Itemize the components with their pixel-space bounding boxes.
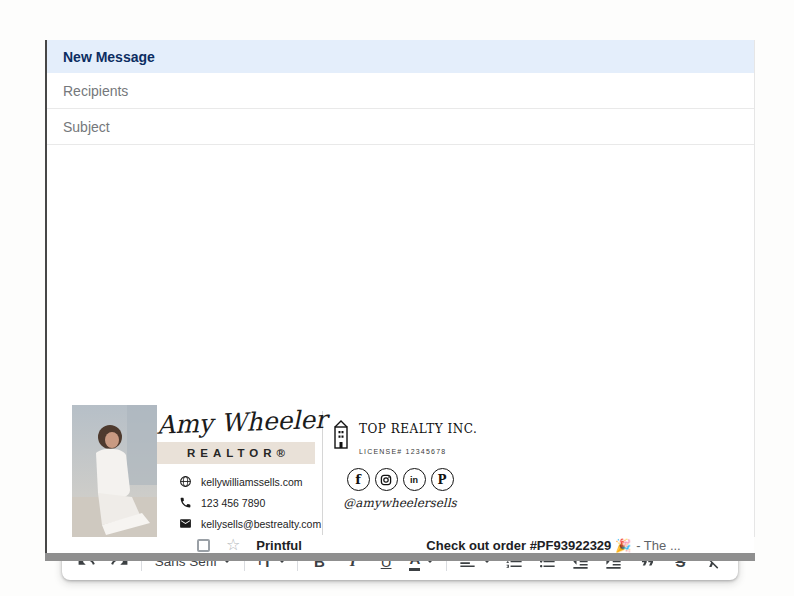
signature-title-band: REALTOR® [157, 442, 315, 464]
building-icon [330, 418, 352, 450]
inbox-subject[interactable]: Check out order #PF93922329 🎉 [426, 538, 631, 553]
subject-input[interactable] [63, 119, 738, 135]
signature-left-column: Amy Wheeler REALTOR® kellywilliamssells.… [157, 405, 315, 538]
company-row: TOP REALTY INC. LICENSE# 12345678 [330, 418, 477, 455]
inbox-sender[interactable]: Printful [256, 538, 426, 553]
social-handle: @amywheelersells [343, 496, 456, 510]
compose-window: New Message [45, 40, 755, 537]
subject-field-row[interactable] [47, 109, 754, 145]
email-signature: Amy Wheeler REALTOR® kellywilliamssells.… [72, 405, 470, 538]
inbox-snippet[interactable]: - The ... [636, 538, 681, 553]
signature-name: Amy Wheeler [157, 405, 316, 439]
contact-website: kellywilliamssells.com [179, 475, 315, 488]
linkedin-icon: in [403, 468, 426, 491]
row-checkbox[interactable] [197, 539, 210, 552]
window-bottom-edge [45, 553, 755, 561]
globe-icon [179, 475, 192, 488]
social-icons: f in P [347, 468, 454, 491]
compose-header[interactable]: New Message [47, 40, 754, 73]
license-number: LICENSE# 12345678 [359, 448, 477, 455]
instagram-icon [375, 468, 398, 491]
inbox-row-preview[interactable]: ☆ Printful Check out order #PF93922329 🎉… [47, 537, 754, 553]
phone-icon [179, 496, 192, 509]
signature-contacts: kellywilliamssells.com 123 456 7890 [157, 475, 315, 530]
message-body[interactable]: Amy Wheeler REALTOR® kellywilliamssells.… [47, 145, 754, 537]
company-name: TOP REALTY INC. [359, 422, 477, 436]
pinterest-icon: P [431, 468, 454, 491]
envelope-icon [179, 517, 192, 530]
recipients-input[interactable] [63, 83, 738, 99]
signature-right-column: TOP REALTY INC. LICENSE# 12345678 f in [330, 405, 470, 538]
signature-title: REALTOR® [187, 447, 290, 459]
company-texts: TOP REALTY INC. LICENSE# 12345678 [359, 418, 477, 455]
screenshot-root: New Message [0, 0, 794, 596]
compose-left-border [45, 537, 47, 553]
phone-text: 123 456 7890 [201, 497, 265, 509]
contact-phone: 123 456 7890 [179, 496, 315, 509]
contact-email: kellysells@bestrealty.com [179, 517, 315, 530]
compose-title: New Message [63, 49, 155, 65]
realtor-photo [72, 405, 157, 538]
recipients-field-row[interactable] [47, 73, 754, 109]
facebook-icon: f [347, 468, 370, 491]
email-text: kellysells@bestrealty.com [201, 518, 321, 530]
star-icon[interactable]: ☆ [226, 537, 240, 553]
website-text: kellywilliamssells.com [201, 476, 303, 488]
